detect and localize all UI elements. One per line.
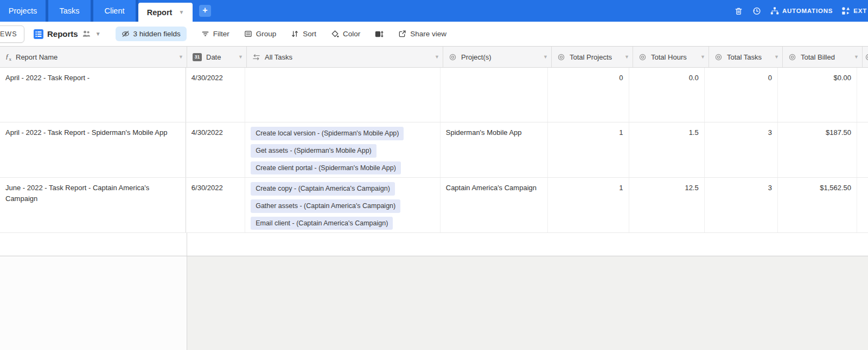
column-header-project-s[interactable]: Project(s)▼ xyxy=(443,47,552,67)
cell-total-projects[interactable]: 0 xyxy=(548,68,629,122)
share-icon xyxy=(398,30,406,38)
color-button[interactable]: Color xyxy=(331,30,360,38)
column-header-report-name[interactable]: ƒxReport Name▼ xyxy=(0,47,187,67)
trash-icon[interactable] xyxy=(734,7,743,16)
chevron-down-icon[interactable]: ▼ xyxy=(95,31,101,37)
cell-report-name[interactable]: June - 2022 - Task Report - Captain Amer… xyxy=(0,178,186,232)
view-switcher[interactable]: Reports ▼ xyxy=(34,29,101,39)
cell-report-name[interactable]: April - 2022 - Task Report - Spiderman's… xyxy=(0,122,186,177)
rollup-icon xyxy=(449,53,457,61)
table-tabs: Projects Tasks Client Report ▼ xyxy=(0,0,193,22)
rollup-icon xyxy=(714,53,723,61)
tab-client[interactable]: Client xyxy=(93,0,136,22)
column-header-total-projects[interactable]: Total Projects▼ xyxy=(552,47,633,67)
task-chip[interactable]: Create copy - (Captain America's Campaig… xyxy=(251,182,395,196)
chevron-down-icon[interactable]: ▼ xyxy=(698,54,705,60)
chevron-down-icon[interactable]: ▼ xyxy=(772,54,779,60)
chevron-down-icon[interactable]: ▼ xyxy=(176,54,183,60)
tab-label: Client xyxy=(104,7,124,15)
column-header-date[interactable]: 31Date▼ xyxy=(187,47,247,67)
column-header-label: Project(s) xyxy=(461,53,492,61)
formula-icon: ƒx xyxy=(5,52,11,62)
chevron-down-icon[interactable]: ▼ xyxy=(541,54,548,60)
add-table-button[interactable]: + xyxy=(199,5,211,17)
chevron-down-icon[interactable]: ▼ xyxy=(622,54,629,60)
column-header-total-billed[interactable]: Total Billed▼ xyxy=(783,47,863,67)
extensions-icon xyxy=(841,7,850,15)
chevron-down-icon[interactable]: ▼ xyxy=(852,54,859,60)
column-header-total-hours[interactable]: Total Hours▼ xyxy=(633,47,709,67)
cell-partial xyxy=(857,178,868,232)
cell-total-projects[interactable]: 1 xyxy=(548,122,629,177)
cell-total-billed[interactable]: $0.00 xyxy=(778,68,857,122)
cell-report-name[interactable] xyxy=(0,233,187,256)
cell-date[interactable]: 4/30/2022 xyxy=(186,122,245,177)
filter-button[interactable]: Filter xyxy=(201,30,229,38)
frozen-column-canvas[interactable] xyxy=(0,256,187,350)
cell-projects[interactable] xyxy=(441,68,548,122)
row-height-button[interactable] xyxy=(375,30,384,38)
cell-total-billed[interactable]: $187.50 xyxy=(778,122,857,177)
cell-projects[interactable]: Spiderman's Mobile App xyxy=(441,122,548,177)
topbar-right-actions: AUTOMATIONS EXT xyxy=(734,0,868,22)
color-label: Color xyxy=(343,30,360,38)
cell-report-name[interactable]: April - 2022 - Task Report - xyxy=(0,68,186,122)
cell-total-hours[interactable]: 12.5 xyxy=(629,178,705,232)
share-view-button[interactable]: Share view xyxy=(398,30,446,38)
airtable-app: Projects Tasks Client Report ▼ + xyxy=(0,0,868,350)
group-button[interactable]: Group xyxy=(244,30,277,38)
hidden-fields-button[interactable]: 3 hidden fields xyxy=(116,27,187,41)
extensions-button[interactable]: EXT xyxy=(841,7,867,15)
column-header-label: Total Tasks xyxy=(727,53,762,61)
grid-header: ƒxReport Name▼31Date▼All Tasks▼Project(s… xyxy=(0,47,868,68)
table-row: June - 2022 - Task Report - Captain Amer… xyxy=(0,178,868,233)
cell-total-projects[interactable]: 1 xyxy=(548,178,629,232)
calendar-icon: 31 xyxy=(193,53,202,61)
task-chip[interactable]: Gather assets - (Captain America's Campa… xyxy=(251,199,400,213)
column-header-partial xyxy=(863,47,868,67)
rollup-icon xyxy=(639,53,647,61)
task-chip[interactable]: Create client portal - (Spiderman's Mobi… xyxy=(251,161,401,175)
column-header-label: Date xyxy=(206,53,221,61)
cell-total-tasks[interactable]: 3 xyxy=(705,178,778,232)
column-header-label: Total Billed xyxy=(801,53,835,61)
automations-label: AUTOMATIONS xyxy=(782,8,833,14)
task-chip[interactable]: Email client - (Captain America's Campai… xyxy=(251,217,393,230)
cell-total-billed[interactable]: $1,562.50 xyxy=(778,178,857,232)
automations-button[interactable]: AUTOMATIONS xyxy=(770,7,833,15)
cell-tasks[interactable]: Create copy - (Captain America's Campaig… xyxy=(245,178,441,232)
task-chip[interactable]: Create local version - (Spiderman's Mobi… xyxy=(251,127,404,140)
rollup-icon xyxy=(788,53,796,61)
sort-button[interactable]: Sort xyxy=(291,30,316,38)
cell-tasks[interactable] xyxy=(245,68,441,122)
cell-date[interactable]: 6/30/2022 xyxy=(186,178,245,232)
grid-empty-area xyxy=(0,256,868,350)
views-sidebar-toggle[interactable]: EWS xyxy=(0,25,24,43)
views-label: EWS xyxy=(0,30,17,38)
view-name: Reports xyxy=(47,29,78,38)
chevron-down-icon[interactable]: ▼ xyxy=(236,54,243,60)
tab-projects[interactable]: Projects xyxy=(0,0,46,22)
empty-table-row[interactable] xyxy=(0,233,868,256)
history-icon[interactable] xyxy=(752,6,762,16)
cell-total-tasks[interactable]: 3 xyxy=(705,122,778,177)
cell-total-tasks[interactable]: 0 xyxy=(705,68,778,122)
column-header-label: Total Hours xyxy=(651,53,687,61)
hidden-fields-label: 3 hidden fields xyxy=(133,30,181,38)
cell-total-hours[interactable]: 0.0 xyxy=(629,68,705,122)
tab-tasks[interactable]: Tasks xyxy=(48,0,91,22)
column-header-all-tasks[interactable]: All Tasks▼ xyxy=(247,47,443,67)
column-header-label: All Tasks xyxy=(265,53,292,61)
table-row: April - 2022 - Task Report - Spiderman's… xyxy=(0,122,868,178)
cell-total-hours[interactable]: 1.5 xyxy=(629,122,705,177)
cell-tasks[interactable]: Create local version - (Spiderman's Mobi… xyxy=(245,122,441,177)
cell-date[interactable]: 4/30/2022 xyxy=(186,68,245,122)
chevron-down-icon[interactable]: ▼ xyxy=(178,9,184,15)
task-chip[interactable]: Get assets - (Spiderman's Mobile App) xyxy=(251,144,376,158)
column-header-total-tasks[interactable]: Total Tasks▼ xyxy=(709,47,783,67)
cell-partial xyxy=(857,122,868,177)
color-icon xyxy=(331,30,339,38)
cell-projects[interactable]: Captain America's Campaign xyxy=(441,178,548,232)
tab-report-active[interactable]: Report ▼ xyxy=(138,3,193,22)
chevron-down-icon[interactable]: ▼ xyxy=(432,54,439,60)
